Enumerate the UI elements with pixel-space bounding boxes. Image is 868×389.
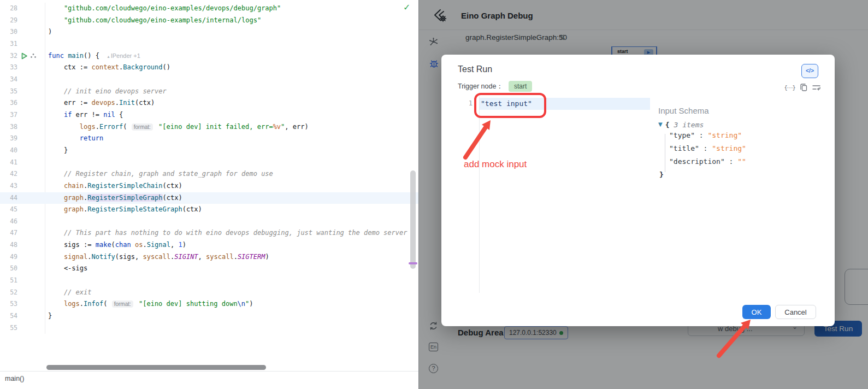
code-lines: 28 "github.com/cloudwego/eino-examples/d… [0, 3, 418, 334]
code-view-toggle-button[interactable]: </> [801, 64, 818, 78]
mock-input-value[interactable]: "test input" [481, 99, 532, 108]
code-line[interactable]: 47 // This part has nothing to do with e… [0, 227, 418, 239]
code-line[interactable]: 34 [0, 74, 418, 86]
code-text: signal.Notify(sigs, syscall.SIGINT, sysc… [45, 251, 418, 263]
code-line[interactable]: 43 chain.RegisterSimpleChain(ctx) [0, 180, 418, 192]
breadcrumb-bar: main() [0, 371, 418, 389]
trigger-node-label: Trigger node： [458, 82, 503, 91]
collapse-triangle-icon[interactable]: ▼ [658, 121, 663, 127]
code-text: // exit [45, 287, 418, 299]
editor-gutter: 1 [458, 96, 480, 293]
gutter: 53 [0, 298, 45, 310]
line-number: 49 [0, 251, 17, 263]
code-line[interactable]: 28 "github.com/cloudwego/eino-examples/d… [0, 3, 418, 15]
code-text: // init eino devops server [45, 86, 418, 98]
vertical-scrollbar[interactable] [410, 170, 416, 269]
code-line[interactable]: 40 } [0, 145, 418, 157]
code-line[interactable]: 53 logs.Infof( format: "[eino dev] shutt… [0, 298, 418, 310]
gutter: 36 [0, 97, 45, 109]
gutter: 51 [0, 275, 45, 287]
format-json-icon[interactable]: {⋯} [784, 84, 795, 91]
code-line[interactable]: 35 // init eino devops server [0, 86, 418, 98]
input-schema-heading: Input Schema [658, 106, 709, 115]
code-text: logs.Infof( format: "[eino dev] shutting… [45, 298, 418, 310]
schema-rows: "type" : "string""title" : "string""desc… [669, 129, 746, 168]
usages-icon[interactable] [30, 53, 37, 58]
code-line[interactable]: 32func main() { IPender +1 [0, 50, 418, 62]
code-text: logs.Errorf( format: "[eino dev] init fa… [45, 121, 418, 133]
gutter: 38 [0, 121, 45, 133]
gutter: 45 [0, 204, 45, 216]
gutter: 34 [0, 74, 45, 86]
items-count: 3 items [674, 121, 704, 129]
line-number: 51 [0, 275, 17, 287]
code-line[interactable]: 36 err := devops.Init(ctx) [0, 97, 418, 109]
gutter: 49 [0, 251, 45, 263]
gutter: 48 [0, 239, 45, 251]
code-line[interactable]: 42 // Register chain, graph and state_gr… [0, 168, 418, 180]
line-number: 53 [0, 298, 17, 310]
code-text: err := devops.Init(ctx) [45, 97, 418, 109]
line-number: 32 [0, 50, 17, 62]
run-icon[interactable] [21, 52, 28, 60]
code-editor[interactable]: 28 "github.com/cloudwego/eino-examples/d… [0, 0, 418, 389]
code-text: graph.RegisterSimpleGraph(ctx) [45, 192, 418, 204]
code-line[interactable]: 29 "github.com/cloudwego/eino-examples/i… [0, 15, 418, 27]
code-text: func main() { IPender +1 [45, 50, 418, 62]
cancel-button[interactable]: Cancel [775, 305, 816, 319]
code-text: <-sigs [45, 263, 418, 275]
gutter: 55 [0, 322, 45, 334]
ok-button[interactable]: OK [742, 305, 771, 319]
gutter: 50 [0, 263, 45, 275]
gutter: 31 [0, 38, 45, 50]
code-text [45, 74, 418, 86]
code-line[interactable]: 48 sigs := make(chan os.Signal, 1) [0, 239, 418, 251]
code-line[interactable]: 51 [0, 275, 418, 287]
close-brace: } [659, 170, 664, 179]
wrap-text-icon[interactable] [812, 84, 820, 91]
code-line[interactable]: 46 [0, 216, 418, 228]
inspection-ok-icon[interactable]: ✓ [403, 2, 410, 13]
code-text [45, 275, 418, 287]
trigger-node-badge: start [509, 81, 532, 92]
mock-input-editor[interactable]: 1 "test input" [458, 96, 650, 293]
code-line[interactable]: 45 graph.RegisterSimpleStateGraph(ctx) [0, 204, 418, 216]
code-text: "github.com/cloudwego/eino-examples/devo… [45, 3, 418, 15]
gutter: 46 [0, 216, 45, 228]
code-text: // Register chain, graph and state_graph… [45, 168, 418, 180]
code-line[interactable]: 37 if err != nil { [0, 109, 418, 121]
tree-guide-line [665, 134, 665, 172]
code-line[interactable]: 38 logs.Errorf( format: "[eino dev] init… [0, 121, 418, 133]
schema-row: "description" : "" [669, 155, 746, 168]
line-number: 46 [0, 216, 17, 228]
code-line[interactable]: 50 <-sigs [0, 263, 418, 275]
code-line[interactable]: 33 ctx := context.Background() [0, 62, 418, 74]
gutter: 42 [0, 168, 45, 180]
horizontal-scrollbar[interactable] [46, 365, 266, 370]
code-line[interactable]: 39 return [0, 133, 418, 145]
line-number: 44 [0, 192, 17, 204]
schema-row: "type" : "string" [669, 129, 746, 142]
code-line[interactable]: 44 graph.RegisterSimpleGraph(ctx) [0, 192, 418, 204]
code-line[interactable]: 49 signal.Notify(sigs, syscall.SIGINT, s… [0, 251, 418, 263]
code-text: sigs := make(chan os.Signal, 1) [45, 239, 418, 251]
modal-title: Test Run [458, 64, 492, 74]
code-text: ctx := context.Background() [45, 62, 418, 74]
code-text: chain.RegisterSimpleChain(ctx) [45, 180, 418, 192]
line-number: 55 [0, 322, 17, 334]
code-line[interactable]: 30) [0, 26, 418, 38]
breadcrumb[interactable]: main() [5, 375, 24, 382]
code-line[interactable]: 52 // exit [0, 287, 418, 299]
code-text: if err != nil { [45, 109, 418, 121]
code-text: } [45, 145, 418, 157]
code-line[interactable]: 31 [0, 38, 418, 50]
line-number: 42 [0, 168, 17, 180]
code-line[interactable]: 54} [0, 310, 418, 322]
gutter: 33 [0, 62, 45, 74]
code-line[interactable]: 41 [0, 157, 418, 169]
line-number: 37 [0, 109, 17, 121]
code-line[interactable]: 55 [0, 322, 418, 334]
line-number: 30 [0, 26, 17, 38]
copy-icon[interactable] [800, 84, 807, 91]
gutter: 37 [0, 109, 45, 121]
